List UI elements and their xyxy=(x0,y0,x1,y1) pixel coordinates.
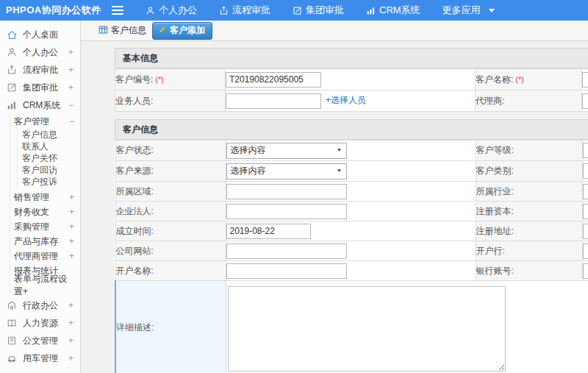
region-input[interactable] xyxy=(226,184,347,199)
expand-icon[interactable]: + xyxy=(68,65,74,75)
customer-level-input[interactable] xyxy=(583,143,588,158)
form-row: 成立时间: 注册地址: xyxy=(115,221,588,241)
sidebar-item-contacts[interactable]: 联系人 xyxy=(18,141,80,152)
car-icon xyxy=(7,353,18,364)
sidebar-item-form-flow-settings[interactable]: 表单与流程设置+ xyxy=(10,278,80,293)
nav-personal-office[interactable]: 个人办公 xyxy=(146,4,197,17)
chart-icon xyxy=(366,6,376,15)
expand-icon[interactable]: + xyxy=(68,318,74,328)
customer-category-input[interactable] xyxy=(583,163,588,179)
sidebar-item-document-management[interactable]: 公文管理 + xyxy=(0,332,80,349)
expand-icon[interactable]: + xyxy=(68,335,74,346)
edit-icon xyxy=(7,82,18,93)
sidebar-item-human-resources[interactable]: 人力资源 + xyxy=(0,314,80,332)
nav-more-apps[interactable]: 更多应用 xyxy=(442,4,495,17)
field-label: 开户行: xyxy=(476,246,505,256)
home-icon xyxy=(7,29,18,40)
nav-item-label: 流程审批 xyxy=(232,4,270,17)
customer-add-form: 基本信息 客户编号:(*) 客户名称:(*) 业务人员: +选择人员 代理商: xyxy=(81,41,588,373)
registered-address-input[interactable] xyxy=(583,224,588,239)
field-label: 客户名称: xyxy=(476,74,513,85)
chevron-down-icon: ▼ xyxy=(337,148,343,153)
form-row: 客户状态: 选择内容▼ 客户等级: xyxy=(115,141,588,161)
expand-icon[interactable]: + xyxy=(69,236,74,246)
sidebar-item-finance[interactable]: 财务收支 + xyxy=(10,205,80,219)
tab-customer-info[interactable]: 客户信息 xyxy=(98,24,146,37)
crm-submenu: 客户管理 − 客户信息 联系人 客户关怀 客户回访 客户投诉 销售管理 + 财务… xyxy=(10,114,80,293)
expand-icon[interactable]: + xyxy=(69,221,74,232)
tab-bar: 客户信息 客户添加 xyxy=(81,21,588,41)
section-header-customer-info: 客户信息 xyxy=(115,119,588,140)
menu-toggle-icon[interactable] xyxy=(112,6,123,15)
sidebar-item-personal-office[interactable]: 个人办公 + xyxy=(0,43,80,61)
choose-personnel-link[interactable]: +选择人员 xyxy=(326,95,366,105)
sidebar-item-agent-management[interactable]: 代理商管理 + xyxy=(10,249,80,263)
sidebar-item-customer-info[interactable]: 客户信息 xyxy=(18,129,80,141)
sidebar-item-personal-desktop[interactable]: 个人桌面 xyxy=(0,26,80,43)
field-label: 企业法人: xyxy=(116,206,154,216)
sidebar-item-sales-management[interactable]: 销售管理 + xyxy=(10,190,80,205)
field-label: 客户等级: xyxy=(476,145,514,155)
sidebar-item-purchase-management[interactable]: 采购管理 + xyxy=(10,219,80,234)
customer-number-input[interactable] xyxy=(226,72,321,88)
business-personnel-input[interactable] xyxy=(226,93,321,109)
content-area: 客户信息 客户添加 基本信息 客户编号:(*) 客户名称:(*) xyxy=(81,21,588,373)
nav-item-label: 集团审批 xyxy=(306,4,344,17)
customer-name-input[interactable] xyxy=(582,72,588,88)
bank-name-input[interactable] xyxy=(583,244,588,259)
sidebar-item-vehicle-management[interactable]: 用车管理 + xyxy=(0,349,80,367)
bank-account-input[interactable] xyxy=(583,263,588,279)
nav-flow-approval[interactable]: 流程审批 xyxy=(219,4,270,17)
form-row: 客户来源: 选择内容▼ 客户类别: xyxy=(115,161,588,182)
nav-group-approval[interactable]: 集团审批 xyxy=(293,4,344,17)
field-label: 客户类别: xyxy=(476,166,514,176)
company-website-input[interactable] xyxy=(226,244,347,259)
flow-icon xyxy=(219,6,229,15)
basic-info-table: 客户编号:(*) 客户名称:(*) 业务人员: +选择人员 代理商: xyxy=(115,68,588,112)
account-name-input[interactable] xyxy=(226,263,347,279)
sidebar-item-customer-revisit[interactable]: 客户回访 xyxy=(18,164,80,176)
chart-icon xyxy=(7,100,18,111)
sidebar-item-admin-office[interactable]: 行政办公 + xyxy=(0,296,80,314)
flow-icon xyxy=(7,65,18,76)
sidebar-item-customer-management[interactable]: 客户管理 − xyxy=(10,114,80,129)
customer-status-select[interactable]: 选择内容▼ xyxy=(226,143,347,159)
field-label: 成立时间: xyxy=(116,226,154,236)
detail-description-textarea[interactable] xyxy=(228,286,506,372)
field-label: 公司网站: xyxy=(116,246,154,256)
expand-icon[interactable]: + xyxy=(68,82,74,93)
sidebar-item-product-inventory[interactable]: 产品与库存 + xyxy=(10,234,80,249)
expand-icon[interactable]: + xyxy=(68,47,74,57)
field-label: 业务人员: xyxy=(115,96,153,106)
sidebar-item-group-approval[interactable]: 集团审批 + xyxy=(0,79,80,96)
chevron-down-icon: ▼ xyxy=(337,168,343,174)
expand-icon[interactable]: + xyxy=(68,300,74,310)
registered-capital-input[interactable] xyxy=(583,204,588,219)
user-icon xyxy=(146,6,155,15)
agent-input[interactable] xyxy=(582,93,588,109)
tab-customer-add[interactable]: 客户添加 xyxy=(152,22,212,40)
nav-crm-system[interactable]: CRM系统 xyxy=(366,4,420,17)
sidebar-item-customer-complaint[interactable]: 客户投诉 xyxy=(18,176,80,188)
app-logo: PHPOA协同办公软件 xyxy=(0,4,103,17)
form-row: 企业法人: 注册资本: xyxy=(115,202,588,221)
field-label: 代理商: xyxy=(476,96,504,106)
form-row: 所属区域: 所属行业: xyxy=(115,182,588,202)
collapse-icon[interactable]: − xyxy=(69,116,74,127)
expand-icon[interactable]: + xyxy=(69,251,74,261)
sidebar-item-crm-system[interactable]: CRM系统 − xyxy=(0,96,80,114)
founding-date-input[interactable] xyxy=(226,224,311,239)
expand-icon[interactable]: + xyxy=(68,353,74,363)
customer-source-select[interactable]: 选择内容▼ xyxy=(226,163,347,180)
expand-icon[interactable]: + xyxy=(69,207,74,217)
nav-menu: 个人办公 流程审批 集团审批 CRM系统 更多应用 xyxy=(123,4,495,17)
legal-person-input[interactable] xyxy=(226,204,347,219)
collapse-icon[interactable]: − xyxy=(68,100,74,110)
industry-input[interactable] xyxy=(583,184,588,199)
sidebar-item-customer-care[interactable]: 客户关怀 xyxy=(18,152,80,164)
field-label: 注册地址: xyxy=(476,226,514,236)
expand-icon[interactable]: + xyxy=(69,192,74,202)
sidebar-item-flow-approval[interactable]: 流程审批 + xyxy=(0,61,80,79)
user-icon xyxy=(7,47,18,58)
field-label: 客户状态: xyxy=(116,145,154,155)
